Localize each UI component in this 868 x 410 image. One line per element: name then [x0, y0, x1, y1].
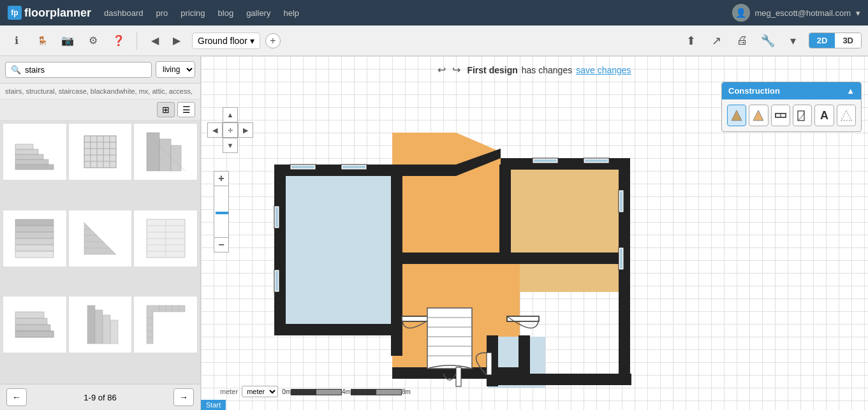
stair-svg-7 [12, 302, 57, 347]
nav-pro[interactable]: pro [156, 8, 168, 18]
nav-help[interactable]: help [283, 8, 299, 18]
settings-button[interactable]: ⚙ [83, 31, 103, 51]
svg-marker-97 [753, 110, 763, 121]
search-input[interactable] [25, 65, 146, 75]
stair-item-7[interactable] [3, 296, 67, 353]
nav-pricing[interactable]: pricing [180, 8, 205, 18]
svg-rect-72 [487, 353, 492, 375]
svg-rect-100 [798, 111, 804, 121]
floor-selector[interactable]: Ground floor ▾ [192, 33, 260, 49]
app-logo[interactable]: fp floorplanner [8, 6, 91, 20]
prev-floor-button[interactable]: ◀ [145, 31, 165, 51]
stair-item-2[interactable] [68, 123, 133, 180]
share-button[interactable]: ⬆ [681, 31, 702, 51]
room-icon [752, 109, 765, 122]
right-toolbar: ⬆ ↗ 🖨 🔧 ▾ 2D 3D [681, 31, 862, 51]
svg-rect-74 [291, 166, 314, 168]
nav-blog[interactable]: blog [218, 8, 234, 18]
undo-button[interactable]: ↩ [438, 64, 446, 76]
svg-rect-14 [147, 133, 159, 171]
furniture-button[interactable]: 🪑 [32, 31, 52, 51]
svg-rect-19 [15, 232, 54, 238]
svg-rect-60 [274, 324, 392, 335]
stair-item-5[interactable] [68, 210, 133, 267]
svg-rect-95 [456, 367, 461, 386]
svg-rect-17 [15, 219, 54, 226]
stair-item-3[interactable] [133, 123, 198, 180]
canvas-area[interactable]: ↩ ↪ First design has changes save change… [201, 56, 868, 410]
add-floor-button[interactable]: + [265, 33, 281, 48]
svg-rect-76 [342, 166, 365, 168]
nav-left-button[interactable]: ◀ [207, 122, 223, 138]
view-3d-button[interactable]: 3D [835, 33, 861, 48]
stair-item-6[interactable] [133, 210, 198, 267]
stair-item-9[interactable] [133, 296, 198, 353]
help-button[interactable]: ❓ [108, 31, 129, 51]
scale-unit-select[interactable]: meter feet [242, 386, 278, 397]
svg-rect-71 [507, 316, 539, 321]
door-tool[interactable] [793, 105, 812, 126]
stair-svg-3 [143, 129, 188, 174]
svg-rect-35 [15, 325, 50, 331]
nav-center-button[interactable]: ✛ [223, 122, 238, 138]
nav-right-button[interactable]: ▶ [238, 122, 253, 138]
pagination-text: 1-9 of 86 [84, 393, 116, 402]
stair-svg-1 [12, 129, 57, 174]
nav-gallery[interactable]: gallery [246, 8, 270, 18]
config-dropdown-button[interactable]: ▾ [783, 31, 804, 51]
info-button[interactable]: ℹ [6, 31, 27, 51]
scale-label-0: 0m [282, 388, 291, 395]
separator-1 [136, 32, 137, 50]
prev-page-button[interactable]: ← [6, 388, 27, 406]
scale-unit: meter [220, 388, 238, 395]
user-avatar: 👤 [732, 4, 750, 22]
user-menu[interactable]: 👤 meg_escott@hotmail.com ▾ [732, 4, 860, 22]
floor-nav-arrows: ◀ ▶ [145, 31, 187, 51]
svg-rect-36 [15, 318, 47, 325]
construction-panel: Construction ▲ [721, 82, 862, 132]
stair-item-8[interactable] [68, 296, 133, 353]
text-tool[interactable]: A [814, 105, 834, 126]
export-button[interactable]: ↗ [707, 31, 727, 51]
view-2d-button[interactable]: 2D [809, 33, 835, 48]
stair-item-1[interactable] [3, 123, 67, 180]
svg-rect-20 [15, 238, 54, 245]
area-tool[interactable] [837, 105, 856, 126]
grid-view-button[interactable]: ⊞ [157, 102, 175, 117]
svg-rect-80 [585, 159, 608, 162]
floor-plan-svg [239, 88, 654, 394]
add-floor-icon: + [270, 35, 276, 47]
svg-rect-5 [84, 136, 116, 168]
camera-button[interactable]: 📷 [57, 31, 78, 51]
list-view-button[interactable]: ☰ [177, 102, 195, 117]
search-bar: 🔍 living [0, 56, 200, 84]
zoom-out-button[interactable]: − [214, 237, 229, 253]
zoom-in-button[interactable]: + [214, 171, 229, 186]
save-changes-link[interactable]: save changes [576, 65, 631, 75]
window-tool[interactable] [771, 105, 790, 126]
svg-rect-40 [103, 315, 110, 344]
cross-empty-2 [238, 107, 253, 122]
zoom-indicator [216, 212, 228, 214]
nav-down-button[interactable]: ▼ [223, 138, 238, 153]
category-select[interactable]: living [156, 61, 195, 78]
construction-header[interactable]: Construction ▲ [722, 82, 861, 99]
cross-empty-4 [238, 138, 253, 153]
wall-tool[interactable] [727, 105, 746, 126]
svg-rect-0 [15, 165, 54, 170]
config-button[interactable]: 🔧 [758, 31, 778, 51]
redo-button[interactable]: ↪ [452, 64, 460, 76]
next-page-button[interactable]: → [173, 388, 194, 406]
search-input-wrap[interactable]: 🔍 [5, 62, 152, 78]
print-button[interactable]: 🖨 [732, 31, 753, 51]
nav-dashboard[interactable]: dashboard [104, 8, 143, 18]
room-tool[interactable] [749, 105, 768, 126]
svg-rect-1 [15, 159, 48, 165]
svg-rect-39 [95, 310, 103, 344]
stair-item-4[interactable] [3, 210, 67, 267]
bottom-status: Start [201, 400, 226, 410]
nav-up-button[interactable]: ▲ [223, 107, 238, 122]
next-floor-button[interactable]: ▶ [166, 31, 187, 51]
svg-rect-82 [620, 191, 622, 211]
svg-rect-37 [15, 312, 44, 318]
